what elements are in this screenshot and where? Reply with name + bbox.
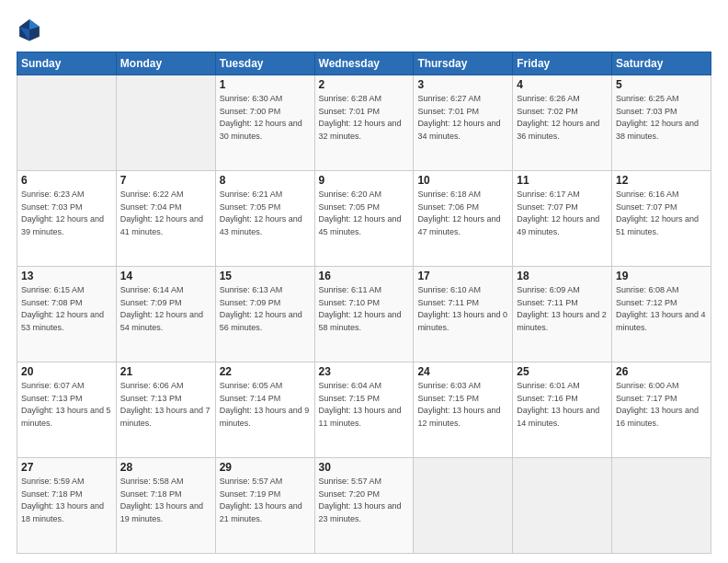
day-detail: Sunrise: 6:22 AM Sunset: 7:04 PM Dayligh… bbox=[120, 189, 211, 238]
day-cell: 25 Sunrise: 6:01 AM Sunset: 7:16 PM Dayl… bbox=[513, 362, 612, 458]
sunset-text: Sunset: 7:15 PM bbox=[417, 394, 479, 403]
day-number: 1 bbox=[220, 78, 311, 91]
day-detail: Sunrise: 6:17 AM Sunset: 7:07 PM Dayligh… bbox=[517, 189, 608, 238]
day-number: 15 bbox=[220, 270, 311, 282]
day-cell bbox=[414, 458, 513, 554]
logo-icon bbox=[17, 17, 42, 42]
day-cell: 11 Sunrise: 6:17 AM Sunset: 7:07 PM Dayl… bbox=[513, 171, 612, 267]
day-number: 30 bbox=[319, 461, 410, 474]
day-detail: Sunrise: 6:09 AM Sunset: 7:11 PM Dayligh… bbox=[517, 284, 608, 334]
calendar-header: SundayMondayTuesdayWednesdayThursdayFrid… bbox=[17, 52, 711, 75]
day-detail: Sunrise: 6:05 AM Sunset: 7:14 PM Dayligh… bbox=[220, 380, 311, 430]
week-row-3: 13 Sunrise: 6:15 AM Sunset: 7:08 PM Dayl… bbox=[17, 267, 711, 362]
day-cell: 21 Sunrise: 6:06 AM Sunset: 7:13 PM Dayl… bbox=[116, 362, 215, 458]
sunrise-text: Sunrise: 6:03 AM bbox=[417, 381, 481, 390]
weekday-row: SundayMondayTuesdayWednesdayThursdayFrid… bbox=[17, 52, 711, 75]
day-cell: 24 Sunrise: 6:03 AM Sunset: 7:15 PM Dayl… bbox=[414, 362, 513, 458]
day-cell: 20 Sunrise: 6:07 AM Sunset: 7:13 PM Dayl… bbox=[17, 362, 117, 458]
weekday-header-friday: Friday bbox=[513, 52, 612, 75]
calendar-body: 1 Sunrise: 6:30 AM Sunset: 7:00 PM Dayli… bbox=[17, 75, 711, 554]
day-detail: Sunrise: 6:18 AM Sunset: 7:06 PM Dayligh… bbox=[417, 189, 508, 238]
day-cell bbox=[612, 458, 711, 554]
daylight-text: Daylight: 13 hours and 4 minutes. bbox=[616, 310, 706, 332]
sunset-text: Sunset: 7:07 PM bbox=[616, 202, 677, 212]
day-cell: 19 Sunrise: 6:08 AM Sunset: 7:12 PM Dayl… bbox=[612, 267, 711, 362]
week-row-1: 1 Sunrise: 6:30 AM Sunset: 7:00 PM Dayli… bbox=[17, 75, 711, 171]
day-detail: Sunrise: 5:57 AM Sunset: 7:19 PM Dayligh… bbox=[220, 476, 311, 525]
day-cell: 26 Sunrise: 6:00 AM Sunset: 7:17 PM Dayl… bbox=[612, 362, 711, 458]
calendar-table: SundayMondayTuesdayWednesdayThursdayFrid… bbox=[17, 52, 711, 554]
sunset-text: Sunset: 7:04 PM bbox=[120, 202, 182, 212]
sunrise-text: Sunrise: 6:14 AM bbox=[120, 285, 184, 294]
day-detail: Sunrise: 6:23 AM Sunset: 7:03 PM Dayligh… bbox=[21, 189, 112, 238]
daylight-text: Daylight: 12 hours and 49 minutes. bbox=[517, 214, 599, 236]
daylight-text: Daylight: 12 hours and 53 minutes. bbox=[21, 310, 104, 332]
sunset-text: Sunset: 7:13 PM bbox=[120, 394, 182, 403]
sunrise-text: Sunrise: 6:11 AM bbox=[319, 285, 382, 294]
sunset-text: Sunset: 7:13 PM bbox=[21, 394, 83, 403]
day-cell: 1 Sunrise: 6:30 AM Sunset: 7:00 PM Dayli… bbox=[215, 75, 314, 171]
sunrise-text: Sunrise: 6:17 AM bbox=[517, 190, 580, 199]
sunset-text: Sunset: 7:18 PM bbox=[21, 489, 83, 499]
day-number: 3 bbox=[417, 78, 508, 91]
day-number: 18 bbox=[517, 270, 608, 282]
day-number: 29 bbox=[220, 461, 311, 474]
day-detail: Sunrise: 6:08 AM Sunset: 7:12 PM Dayligh… bbox=[616, 284, 707, 334]
weekday-header-thursday: Thursday bbox=[414, 52, 513, 75]
weekday-header-sunday: Sunday bbox=[17, 52, 117, 75]
day-cell: 30 Sunrise: 5:57 AM Sunset: 7:20 PM Dayl… bbox=[314, 458, 414, 554]
sunrise-text: Sunrise: 6:04 AM bbox=[319, 381, 382, 390]
sunset-text: Sunset: 7:01 PM bbox=[319, 107, 381, 116]
daylight-text: Daylight: 12 hours and 56 minutes. bbox=[220, 310, 302, 332]
day-cell: 14 Sunrise: 6:14 AM Sunset: 7:09 PM Dayl… bbox=[116, 267, 215, 362]
day-detail: Sunrise: 6:20 AM Sunset: 7:05 PM Dayligh… bbox=[319, 189, 410, 238]
day-number: 19 bbox=[616, 270, 707, 282]
daylight-text: Daylight: 12 hours and 51 minutes. bbox=[616, 214, 699, 236]
daylight-text: Daylight: 13 hours and 19 minutes. bbox=[120, 501, 203, 523]
sunset-text: Sunset: 7:03 PM bbox=[616, 107, 677, 116]
sunrise-text: Sunrise: 6:05 AM bbox=[220, 381, 283, 390]
sunrise-text: Sunrise: 6:09 AM bbox=[517, 285, 580, 294]
day-cell: 23 Sunrise: 6:04 AM Sunset: 7:15 PM Dayl… bbox=[314, 362, 414, 458]
day-number: 14 bbox=[120, 270, 211, 282]
day-cell: 28 Sunrise: 5:58 AM Sunset: 7:18 PM Dayl… bbox=[116, 458, 215, 554]
sunrise-text: Sunrise: 6:08 AM bbox=[616, 285, 679, 294]
daylight-text: Daylight: 12 hours and 43 minutes. bbox=[220, 214, 302, 236]
sunrise-text: Sunrise: 6:13 AM bbox=[220, 285, 283, 294]
sunset-text: Sunset: 7:20 PM bbox=[319, 489, 381, 499]
sunset-text: Sunset: 7:12 PM bbox=[616, 298, 677, 307]
daylight-text: Daylight: 12 hours and 39 minutes. bbox=[21, 214, 104, 236]
week-row-2: 6 Sunrise: 6:23 AM Sunset: 7:03 PM Dayli… bbox=[17, 171, 711, 267]
daylight-text: Daylight: 13 hours and 11 minutes. bbox=[319, 406, 402, 428]
day-cell bbox=[513, 458, 612, 554]
sunset-text: Sunset: 7:19 PM bbox=[220, 489, 281, 499]
sunrise-text: Sunrise: 6:27 AM bbox=[417, 94, 481, 103]
sunset-text: Sunset: 7:10 PM bbox=[319, 298, 381, 307]
day-number: 10 bbox=[417, 174, 508, 187]
day-detail: Sunrise: 6:06 AM Sunset: 7:13 PM Dayligh… bbox=[120, 380, 211, 430]
daylight-text: Daylight: 13 hours and 23 minutes. bbox=[319, 501, 402, 523]
day-detail: Sunrise: 6:27 AM Sunset: 7:01 PM Dayligh… bbox=[417, 93, 508, 143]
day-number: 27 bbox=[21, 461, 112, 474]
sunset-text: Sunset: 7:11 PM bbox=[517, 298, 578, 307]
day-number: 6 bbox=[21, 174, 112, 187]
daylight-text: Daylight: 13 hours and 18 minutes. bbox=[21, 501, 104, 523]
daylight-text: Daylight: 13 hours and 21 minutes. bbox=[220, 501, 302, 523]
sunset-text: Sunset: 7:06 PM bbox=[417, 202, 479, 212]
day-cell: 4 Sunrise: 6:26 AM Sunset: 7:02 PM Dayli… bbox=[513, 75, 612, 171]
day-cell: 7 Sunrise: 6:22 AM Sunset: 7:04 PM Dayli… bbox=[116, 171, 215, 267]
day-cell: 6 Sunrise: 6:23 AM Sunset: 7:03 PM Dayli… bbox=[17, 171, 117, 267]
day-detail: Sunrise: 5:57 AM Sunset: 7:20 PM Dayligh… bbox=[319, 476, 410, 525]
daylight-text: Daylight: 13 hours and 7 minutes. bbox=[120, 406, 210, 428]
day-detail: Sunrise: 6:11 AM Sunset: 7:10 PM Dayligh… bbox=[319, 284, 410, 334]
day-detail: Sunrise: 6:13 AM Sunset: 7:09 PM Dayligh… bbox=[220, 284, 311, 334]
sunrise-text: Sunrise: 6:10 AM bbox=[417, 285, 481, 294]
daylight-text: Daylight: 13 hours and 9 minutes. bbox=[220, 406, 310, 428]
day-cell: 3 Sunrise: 6:27 AM Sunset: 7:01 PM Dayli… bbox=[414, 75, 513, 171]
day-cell: 17 Sunrise: 6:10 AM Sunset: 7:11 PM Dayl… bbox=[414, 267, 513, 362]
sunrise-text: Sunrise: 6:16 AM bbox=[616, 190, 679, 199]
sunrise-text: Sunrise: 6:07 AM bbox=[21, 381, 85, 390]
day-cell: 18 Sunrise: 6:09 AM Sunset: 7:11 PM Dayl… bbox=[513, 267, 612, 362]
day-number: 13 bbox=[21, 270, 112, 282]
day-cell bbox=[116, 75, 215, 171]
